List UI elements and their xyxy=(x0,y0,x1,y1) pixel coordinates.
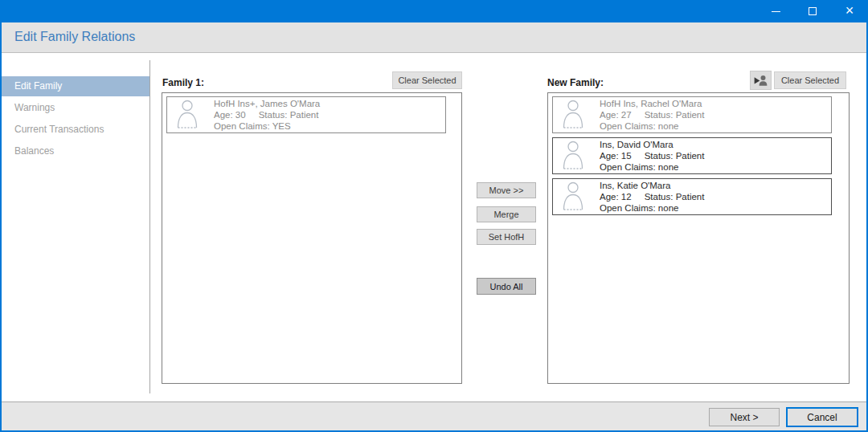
person-silhouette-icon xyxy=(561,100,585,130)
new-family-member-card-rachel[interactable]: HofH Ins, Rachel O'Mara Age: 27Status: P… xyxy=(552,96,832,133)
member-status: Status: Patient xyxy=(645,151,705,161)
member-info: HofH Ins, Rachel O'Mara Age: 27Status: P… xyxy=(600,98,704,132)
member-age: Age: 30 xyxy=(214,110,246,120)
member-name: Ins, David O'Mara xyxy=(600,139,704,150)
sidebar-divider xyxy=(149,60,150,393)
cancel-button[interactable]: Cancel xyxy=(786,407,858,427)
title-bar xyxy=(0,0,868,22)
new-family-listbox[interactable]: HofH Ins, Rachel O'Mara Age: 27Status: P… xyxy=(547,92,850,384)
edit-family-relations-window: Edit Family Relations Edit Family Warnin… xyxy=(0,0,868,432)
maximize-button[interactable] xyxy=(794,0,831,22)
new-family-member-card-katie[interactable]: Ins, Katie O'Mara Age: 12Status: Patient… xyxy=(552,178,832,215)
close-button[interactable] xyxy=(831,0,868,22)
next-button[interactable]: Next > xyxy=(709,408,780,426)
member-info: Ins, David O'Mara Age: 15Status: Patient… xyxy=(600,139,704,173)
member-age: Age: 12 xyxy=(600,192,632,202)
family1-clear-selected-button[interactable]: Clear Selected xyxy=(392,71,462,89)
move-to-person-button[interactable] xyxy=(750,71,772,90)
page-title: Edit Family Relations xyxy=(0,22,868,51)
new-family-label: New Family: xyxy=(547,77,604,88)
new-family-clear-selected-button[interactable]: Clear Selected xyxy=(774,71,846,89)
person-silhouette-icon xyxy=(175,100,199,130)
member-age: Age: 15 xyxy=(600,151,632,161)
person-silhouette-icon xyxy=(561,141,585,171)
member-name: HofH Ins+, James O'Mara xyxy=(214,98,320,109)
sidebar-item-balances[interactable]: Balances xyxy=(0,141,149,161)
close-icon xyxy=(845,3,854,18)
member-claims: Open Claims: YES xyxy=(214,120,320,132)
move-person-icon xyxy=(752,73,769,88)
member-status: Status: Patient xyxy=(259,110,319,120)
person-silhouette-icon xyxy=(561,181,585,212)
sidebar-item-warnings[interactable]: Warnings xyxy=(0,98,149,118)
minimize-button[interactable] xyxy=(757,0,794,22)
set-hofh-button[interactable]: Set HofH xyxy=(477,229,536,245)
main-content: Edit Family Warnings Current Transaction… xyxy=(0,53,868,401)
member-claims: Open Claims: none xyxy=(600,161,704,173)
member-info: Ins, Katie O'Mara Age: 12Status: Patient… xyxy=(600,180,704,214)
member-info: HofH Ins+, James O'Mara Age: 30Status: P… xyxy=(214,98,320,132)
maximize-icon xyxy=(809,7,817,15)
footer-bar: Next > Cancel xyxy=(0,401,868,432)
window-border-left xyxy=(0,22,2,432)
family1-listbox[interactable]: HofH Ins+, James O'Mara Age: 30Status: P… xyxy=(162,92,462,384)
merge-button[interactable]: Merge xyxy=(477,206,536,222)
member-name: HofH Ins, Rachel O'Mara xyxy=(600,98,704,109)
member-name: Ins, Katie O'Mara xyxy=(600,180,704,191)
family1-member-card-james[interactable]: HofH Ins+, James O'Mara Age: 30Status: P… xyxy=(166,96,446,133)
member-status: Status: Patient xyxy=(645,110,705,120)
member-claims: Open Claims: none xyxy=(600,202,704,214)
move-button[interactable]: Move >> xyxy=(477,182,536,198)
member-status: Status: Patient xyxy=(645,192,705,202)
family1-label: Family 1: xyxy=(162,77,204,88)
member-claims: Open Claims: none xyxy=(600,120,704,132)
sidebar-item-current-transactions[interactable]: Current Transactions xyxy=(0,120,149,140)
window-header: Edit Family Relations xyxy=(0,22,868,53)
sidebar-list: Edit Family Warnings Current Transaction… xyxy=(0,76,149,161)
member-age: Age: 27 xyxy=(600,110,632,120)
minimize-icon xyxy=(772,11,780,12)
sidebar: Edit Family Warnings Current Transaction… xyxy=(0,53,149,401)
undo-all-button[interactable]: Undo All xyxy=(477,278,536,295)
new-family-member-card-david[interactable]: Ins, David O'Mara Age: 15Status: Patient… xyxy=(552,137,832,174)
sidebar-item-edit-family[interactable]: Edit Family xyxy=(0,76,149,96)
